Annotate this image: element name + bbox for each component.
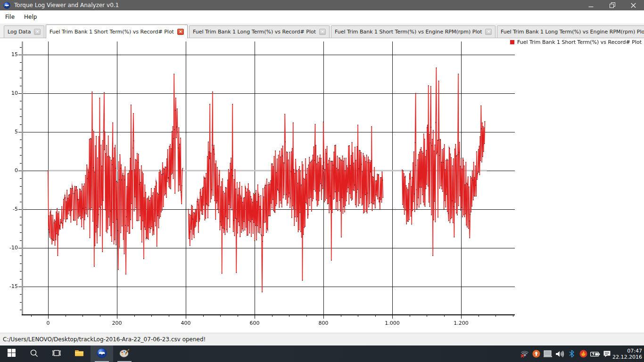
- restore-icon: [610, 2, 615, 8]
- torque-app-icon[interactable]: [3, 2, 10, 9]
- plot-pane: Fuel Trim Bank 1 Short Term(%) vs Record…: [0, 38, 644, 333]
- close-icon: [631, 3, 636, 8]
- start-icon: [8, 349, 16, 359]
- torque-app-icon: [97, 348, 107, 360]
- system-tray: [519, 346, 613, 362]
- task-view-icon: [52, 349, 61, 359]
- search-icon: [30, 349, 38, 359]
- clock-time: 07:47: [627, 348, 642, 354]
- update-tray-icon[interactable]: [530, 346, 542, 362]
- notifications-tray-icon[interactable]: [601, 346, 613, 362]
- tab-log-data[interactable]: Log Data×: [4, 25, 44, 38]
- tab-label: Fuel Trim Bank 1 Short Term(%) vs Record…: [50, 29, 174, 35]
- status-bar: C:/Users/LENOVO/Desktop/trackLog-2016-Ar…: [0, 333, 644, 346]
- menu-file[interactable]: File: [1, 12, 19, 22]
- close-button[interactable]: [623, 0, 644, 10]
- legend-label: Fuel Trim Bank 1 Short Term(%) vs Record…: [517, 39, 642, 45]
- restore-button[interactable]: [602, 0, 623, 10]
- tab-label: Fuel Trim Bank 1 Long Term(%) vs Engine …: [501, 29, 644, 35]
- tab-close-button[interactable]: ×: [319, 29, 326, 35]
- battery-tray-icon[interactable]: [589, 346, 601, 362]
- status-message: C:/Users/LENOVO/Desktop/trackLog-2016-Ar…: [3, 336, 206, 343]
- caption-buttons: [580, 0, 644, 10]
- network-disconnected-tray-icon[interactable]: [519, 346, 530, 362]
- file-explorer-button[interactable]: [68, 346, 91, 362]
- close-icon: ×: [321, 30, 324, 34]
- tab-label: Fuel Trim Bank 1 Short Term(%) vs Engine…: [335, 29, 482, 35]
- plot-canvas[interactable]: [0, 38, 644, 333]
- tab-close-button[interactable]: ×: [485, 29, 492, 35]
- legend-color-swatch: [510, 40, 514, 44]
- tab-plot-4[interactable]: Fuel Trim Bank 1 Long Term(%) vs Engine …: [497, 25, 644, 38]
- task-view-button[interactable]: [45, 346, 68, 362]
- close-icon: ×: [487, 30, 491, 34]
- paint-button[interactable]: [113, 346, 136, 362]
- clock-date: 22.12.2016: [612, 354, 642, 360]
- taskbar-clock[interactable]: 07:47 22.12.2016: [614, 346, 642, 362]
- antivirus-tray-icon[interactable]: [578, 346, 589, 362]
- tab-plot-2[interactable]: Fuel Trim Bank 1 Long Term(%) vs Record#…: [189, 25, 330, 38]
- title-bar: Torque Log Viewer and Analyzer v0.1: [0, 0, 644, 10]
- tab-close-button[interactable]: ×: [34, 29, 41, 35]
- tab-close-button[interactable]: ×: [177, 29, 184, 35]
- tab-bar: Log Data×Fuel Trim Bank 1 Short Term(%) …: [0, 24, 644, 38]
- start-button[interactable]: [0, 346, 23, 362]
- close-icon: ×: [36, 30, 40, 34]
- volume-tray-icon[interactable]: [554, 346, 566, 362]
- bluetooth-tray-icon[interactable]: [566, 346, 578, 362]
- menu-help[interactable]: Help: [20, 12, 41, 22]
- tab-label: Log Data: [8, 29, 31, 35]
- tab-plot-1[interactable]: Fuel Trim Bank 1 Short Term(%) vs Record…: [46, 25, 188, 38]
- display-tray-icon[interactable]: [542, 346, 554, 362]
- tab-plot-3[interactable]: Fuel Trim Bank 1 Short Term(%) vs Engine…: [331, 25, 495, 38]
- paint-icon: [119, 348, 130, 360]
- close-icon: ×: [179, 30, 182, 34]
- window-title: Torque Log Viewer and Analyzer v0.1: [14, 2, 119, 8]
- search-button[interactable]: [23, 346, 45, 362]
- torque-app-button[interactable]: [91, 346, 113, 362]
- app-window: Torque Log Viewer and Analyzer v0.1 File: [0, 0, 644, 362]
- minimize-button[interactable]: [580, 0, 602, 10]
- tab-label: Fuel Trim Bank 1 Long Term(%) vs Record#…: [193, 29, 316, 35]
- file-explorer-icon: [74, 349, 84, 359]
- minimize-icon: [588, 3, 594, 8]
- menu-bar: File Help: [0, 10, 644, 24]
- chart-legend: Fuel Trim Bank 1 Short Term(%) vs Record…: [510, 39, 642, 45]
